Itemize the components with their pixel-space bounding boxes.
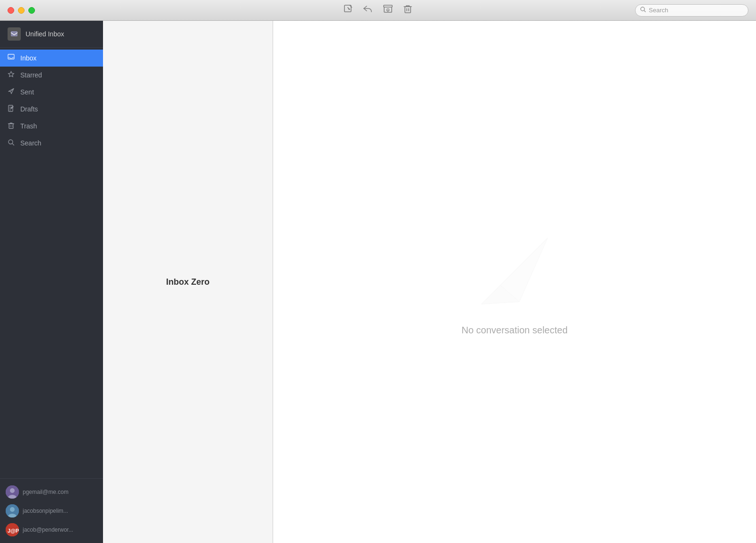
titlebar xyxy=(0,0,756,21)
sent-icon xyxy=(8,88,15,96)
sidebar-account-header[interactable]: Unified Inbox xyxy=(0,21,103,48)
search-area xyxy=(635,4,748,17)
search-nav-icon xyxy=(8,139,15,147)
sidebar-item-sent-label: Sent xyxy=(20,88,34,96)
account-row-1[interactable]: pgemail@me.com xyxy=(0,483,103,501)
paper-plane-icon xyxy=(472,229,557,314)
svg-rect-7 xyxy=(9,124,13,128)
svg-point-13 xyxy=(10,507,15,512)
traffic-lights xyxy=(8,7,35,14)
search-icon xyxy=(640,7,646,14)
account-icon xyxy=(8,27,21,41)
sidebar-item-trash[interactable]: Trash xyxy=(0,118,103,135)
sidebar-nav: Inbox Starred Sent xyxy=(0,48,103,478)
svg-rect-2 xyxy=(405,7,411,13)
drafts-icon xyxy=(8,105,15,113)
inbox-zero-label: Inbox Zero xyxy=(166,277,209,287)
sidebar-item-drafts[interactable]: Drafts xyxy=(0,101,103,118)
sidebar-item-trash-label: Trash xyxy=(20,122,37,130)
svg-rect-4 xyxy=(11,31,17,36)
svg-rect-1 xyxy=(384,5,392,7)
compose-icon[interactable] xyxy=(343,4,353,17)
sidebar-item-inbox-label: Inbox xyxy=(20,54,36,62)
sidebar-item-sent[interactable]: Sent xyxy=(0,84,103,101)
delete-icon[interactable] xyxy=(403,4,413,17)
sidebar: Unified Inbox Inbox Starre xyxy=(0,21,103,543)
svg-rect-5 xyxy=(8,54,14,59)
message-list-pane: Inbox Zero xyxy=(103,21,273,543)
account-row-3[interactable]: J@P jacob@penderwor... xyxy=(0,520,103,539)
account-email-2: jacobsonpipelim... xyxy=(23,508,68,514)
archive-icon[interactable] xyxy=(383,4,393,17)
inbox-icon xyxy=(8,54,15,62)
sidebar-item-drafts-label: Drafts xyxy=(20,105,38,113)
maximize-button[interactable] xyxy=(28,7,35,14)
svg-text:J@P: J@P xyxy=(8,528,19,534)
sidebar-item-search-label: Search xyxy=(20,139,41,147)
account-avatar-1 xyxy=(6,485,19,499)
account-row-2[interactable]: jacobsonpipelim... xyxy=(0,501,103,520)
sidebar-accounts: pgemail@me.com jacobsonpipelim... J@P xyxy=(0,478,103,543)
svg-rect-0 xyxy=(344,5,351,12)
account-avatar-3: J@P xyxy=(6,523,19,536)
no-conversation-text: No conversation selected xyxy=(462,325,568,336)
account-avatar-2 xyxy=(6,504,19,518)
account-email-1: pgemail@me.com xyxy=(23,489,69,495)
trash-nav-icon xyxy=(8,122,15,130)
reply-icon[interactable] xyxy=(363,4,373,17)
message-detail-pane: No conversation selected xyxy=(273,21,756,543)
sidebar-account-name: Unified Inbox xyxy=(26,30,64,38)
main-layout: Unified Inbox Inbox Starre xyxy=(0,21,756,543)
account-email-3: jacob@penderwor... xyxy=(23,526,73,533)
svg-point-10 xyxy=(10,488,15,493)
sidebar-item-inbox[interactable]: Inbox xyxy=(0,50,103,67)
minimize-button[interactable] xyxy=(18,7,25,14)
sidebar-item-search[interactable]: Search xyxy=(0,135,103,152)
search-input[interactable] xyxy=(649,7,743,14)
no-conversation-container: No conversation selected xyxy=(462,229,568,336)
svg-point-3 xyxy=(641,7,644,11)
sidebar-item-starred[interactable]: Starred xyxy=(0,67,103,84)
toolbar xyxy=(343,4,413,17)
sidebar-item-starred-label: Starred xyxy=(20,71,42,79)
search-box[interactable] xyxy=(635,4,748,17)
close-button[interactable] xyxy=(8,7,14,14)
starred-icon xyxy=(8,71,15,79)
